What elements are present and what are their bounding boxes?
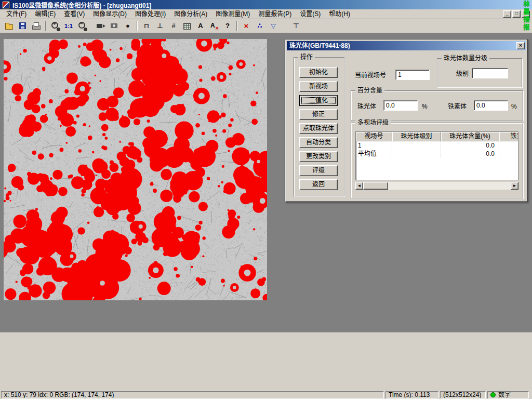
status-mode-label: 数字 xyxy=(498,392,511,398)
op-button-5[interactable]: 点取珠光体 xyxy=(299,123,338,134)
menu-item-5[interactable]: 图像处理(I) xyxy=(131,9,170,19)
table-cell: 0.0 xyxy=(441,150,499,158)
title-bar: IS100显微摄像系统(金相分析版) - [zhuguangti01] xyxy=(0,0,532,9)
scroll-left-button[interactable]: ◄ xyxy=(355,182,363,190)
table-cell xyxy=(392,141,441,150)
font-delete-button[interactable] xyxy=(208,20,220,32)
status-image-size: (512x512x24) xyxy=(440,391,486,398)
grid-pin-icon: # xyxy=(171,21,175,31)
actual-size-button[interactable]: 1:1 xyxy=(62,20,75,32)
menu-items: 文件(F)编辑(E)查看(V)图像显示(D)图像处理(I)图像分析(A)图像测量… xyxy=(2,9,502,19)
flask-button[interactable]: ▽ xyxy=(267,20,280,32)
status-position: x: 510 y: 79 idx: 0 RGB: (174, 174, 174) xyxy=(1,391,384,398)
zoom-out-icon xyxy=(77,21,87,31)
menu-item-7[interactable]: 图像测量(M) xyxy=(211,9,254,19)
scroll-thumb[interactable] xyxy=(363,182,388,190)
menu-item-8[interactable]: 测量报告(P) xyxy=(254,9,296,19)
ferrite-input[interactable]: 0.0 xyxy=(474,100,508,111)
op-button-1[interactable]: 初始化 xyxy=(299,67,338,78)
save-button[interactable] xyxy=(17,20,29,32)
window-title: IS100显微摄像系统(金相分析版) - [zhuguangti01] xyxy=(12,1,151,9)
watermark: 林墨播报 xyxy=(522,1,530,38)
op-button-6[interactable]: 自动分类 xyxy=(299,137,338,148)
mdi-minimize-button[interactable]: _ xyxy=(503,10,511,18)
caliper-icon: ⊓ xyxy=(144,21,149,31)
print-button[interactable] xyxy=(30,20,43,32)
status-mode: 数字 xyxy=(487,391,529,398)
capture-button[interactable] xyxy=(108,20,121,32)
scroll-right-button[interactable]: ► xyxy=(511,182,518,190)
toolbar: 1:1●⊓⊥#A?×∴▽⊤ xyxy=(0,19,532,33)
grid-pin-button[interactable]: # xyxy=(167,20,180,32)
op-button-9[interactable]: 返回 xyxy=(299,179,338,190)
delete-icon: × xyxy=(244,21,249,31)
op-button-7[interactable]: 更改类别 xyxy=(299,151,338,162)
open-button[interactable] xyxy=(3,20,16,32)
mdi-restore-button[interactable]: □ xyxy=(512,10,521,18)
status-time: Time (s): 0.113 xyxy=(385,391,438,398)
font-icon: A xyxy=(198,21,203,31)
zoom-out-button[interactable] xyxy=(76,20,88,32)
camera-icon xyxy=(110,21,119,31)
scatter-icon: ∴ xyxy=(257,21,262,31)
multifield-table[interactable]: 视场号珠光体级别珠光体含量(%)铁素体10.0平均值0.0 xyxy=(355,131,518,180)
caliper-button[interactable]: ⊓ xyxy=(140,20,153,32)
op-button-4[interactable]: 修正 xyxy=(299,109,338,120)
table-cell xyxy=(392,150,441,158)
toolbar-separator xyxy=(236,21,237,31)
operations-group: 操作 初始化新视场二值化修正点取珠光体自动分类更改类别评级返回 xyxy=(294,57,344,196)
video-button[interactable] xyxy=(95,20,107,32)
micrometer-button[interactable]: ⊥ xyxy=(154,20,166,32)
font-button[interactable]: A xyxy=(194,20,207,32)
micrograph-image[interactable] xyxy=(4,39,267,300)
table-header-row: 视场号珠光体级别珠光体含量(%)铁素体 xyxy=(356,132,518,141)
op-button-2[interactable]: 新视场 xyxy=(299,81,338,92)
app-icon xyxy=(2,1,10,9)
help-button[interactable]: ? xyxy=(221,20,234,32)
lens-icon: ● xyxy=(126,21,130,31)
percent-sign: % xyxy=(422,103,428,110)
grid-button[interactable] xyxy=(181,20,193,32)
pearlite-label: 珠光体 xyxy=(357,103,376,110)
operations-group-label: 操作 xyxy=(298,54,315,61)
zoom-in-button[interactable] xyxy=(49,20,61,32)
level-input[interactable] xyxy=(472,68,508,78)
column-header-3[interactable]: 珠光体含量(%) xyxy=(441,132,499,141)
menu-item-2[interactable]: 编辑(E) xyxy=(31,9,60,19)
column-header-2[interactable]: 珠光体级别 xyxy=(392,132,441,141)
multifield-group-label: 多视场评级 xyxy=(355,119,391,126)
toolbar-separator xyxy=(91,21,92,31)
save-icon xyxy=(18,21,28,31)
actual-size-icon: 1:1 xyxy=(64,21,73,31)
menu-item-10[interactable]: 帮助(H) xyxy=(325,9,354,19)
scatter-button[interactable]: ∴ xyxy=(254,20,266,32)
menu-bar: 文件(F)编辑(E)查看(V)图像显示(D)图像处理(I)图像分析(A)图像测量… xyxy=(0,9,532,19)
clamp-button[interactable]: ⊤ xyxy=(290,20,302,32)
pearlite-input[interactable]: 0.0 xyxy=(383,100,418,111)
menu-item-1[interactable]: 文件(F) xyxy=(2,9,31,19)
op-button-3[interactable]: 二值化 xyxy=(299,95,338,106)
table-cell: 0.0 xyxy=(441,141,499,150)
menu-item-9[interactable]: 设置(S) xyxy=(296,9,325,19)
column-header-1[interactable]: 视场号 xyxy=(356,132,392,141)
clamp-icon: ⊤ xyxy=(293,21,299,31)
table-row-2[interactable]: 平均值0.0 xyxy=(356,150,518,158)
menu-item-4[interactable]: 图像显示(D) xyxy=(89,9,131,19)
multifield-group: 多视场评级 视场号珠光体级别珠光体含量(%)铁素体10.0平均值0.0 ◄ ► xyxy=(351,123,523,198)
table-hscrollbar[interactable]: ◄ ► xyxy=(355,182,518,190)
menu-item-3[interactable]: 查看(V) xyxy=(60,9,89,19)
current-field-input[interactable]: 1 xyxy=(395,70,430,80)
delete-button[interactable]: × xyxy=(240,20,252,32)
menu-item-6[interactable]: 图像分析(A) xyxy=(170,9,211,19)
lens-button[interactable]: ● xyxy=(122,20,134,32)
column-header-4[interactable]: 铁素体 xyxy=(499,132,518,141)
table-cell xyxy=(499,150,518,158)
table-row-1[interactable]: 10.0 xyxy=(356,141,518,150)
grid-icon xyxy=(182,21,192,31)
dialog-close-button[interactable]: × xyxy=(516,42,525,49)
dialog-title-bar[interactable]: 珠光体(GB/T9441-88) xyxy=(287,41,526,50)
table-cell xyxy=(499,141,518,150)
ferrite-label: 铁素体 xyxy=(448,103,467,110)
op-button-8[interactable]: 评级 xyxy=(299,165,338,176)
table-cell: 平均值 xyxy=(356,150,392,158)
